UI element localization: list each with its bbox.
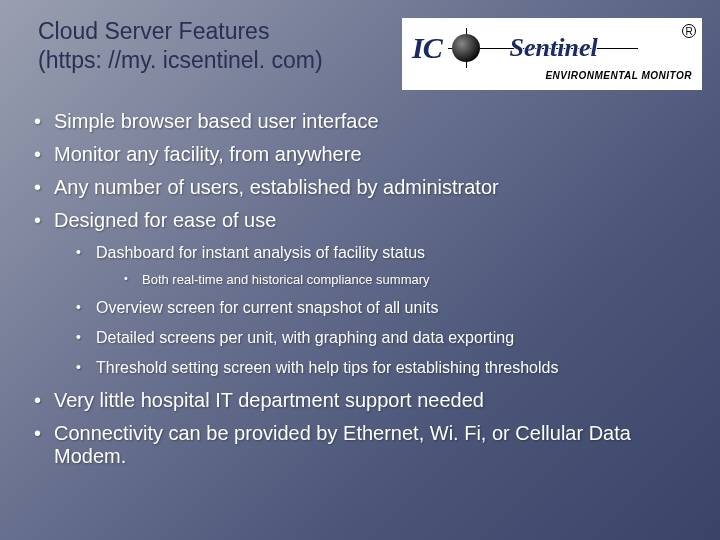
sub-bullet-item: Dashboard for instant analysis of facili… bbox=[74, 244, 690, 287]
bullet-item: Connectivity can be provided by Ethernet… bbox=[30, 422, 690, 468]
bullet-text: Very little hospital IT department suppo… bbox=[54, 389, 484, 411]
sub-bullet-text: Dashboard for instant analysis of facili… bbox=[96, 244, 425, 261]
logo-ic-text: IC bbox=[412, 31, 442, 65]
title-line1: Cloud Server Features bbox=[38, 18, 323, 45]
sphere-icon bbox=[452, 34, 480, 62]
bullet-list: Simple browser based user interface Moni… bbox=[0, 90, 720, 468]
sub-bullet-item: Threshold setting screen with help tips … bbox=[74, 359, 690, 377]
sub-bullet-text: Threshold setting screen with help tips … bbox=[96, 359, 558, 376]
bullet-text: Connectivity can be provided by Ethernet… bbox=[54, 422, 631, 467]
bullet-item: Very little hospital IT department suppo… bbox=[30, 389, 690, 412]
subsub-bullet-text: Both real-time and historical compliance… bbox=[142, 272, 430, 287]
slide-header: Cloud Server Features (https: //my. icse… bbox=[0, 0, 720, 90]
bullet-item: Any number of users, established by admi… bbox=[30, 176, 690, 199]
logo-tagline: ENVIRONMENTAL MONITOR bbox=[412, 70, 692, 81]
sub-bullet-item: Detailed screens per unit, with graphing… bbox=[74, 329, 690, 347]
sub-bullet-text: Detailed screens per unit, with graphing… bbox=[96, 329, 514, 346]
logo-sentinel-text: Sentinel bbox=[510, 33, 598, 63]
sub-bullet-item: Overview screen for current snapshot of … bbox=[74, 299, 690, 317]
logo: IC Sentinel R ENVIRONMENTAL MONITOR bbox=[402, 18, 702, 90]
bullet-text: Designed for ease of use bbox=[54, 209, 276, 231]
bullet-text: Simple browser based user interface bbox=[54, 110, 379, 132]
bullet-item: Simple browser based user interface bbox=[30, 110, 690, 133]
sub-bullet-list: Dashboard for instant analysis of facili… bbox=[74, 244, 690, 377]
bullet-item: Designed for ease of use Dashboard for i… bbox=[30, 209, 690, 377]
title-line2: (https: //my. icsentinel. com) bbox=[38, 47, 323, 74]
bullet-item: Monitor any facility, from anywhere bbox=[30, 143, 690, 166]
bullet-text: Monitor any facility, from anywhere bbox=[54, 143, 362, 165]
subsub-bullet-item: Both real-time and historical compliance… bbox=[122, 272, 690, 287]
subsub-bullet-list: Both real-time and historical compliance… bbox=[122, 272, 690, 287]
registered-icon: R bbox=[682, 24, 696, 38]
title-block: Cloud Server Features (https: //my. icse… bbox=[38, 18, 323, 74]
sub-bullet-text: Overview screen for current snapshot of … bbox=[96, 299, 438, 316]
logo-sentinel-graphic: Sentinel bbox=[448, 28, 638, 68]
bullet-text: Any number of users, established by admi… bbox=[54, 176, 499, 198]
